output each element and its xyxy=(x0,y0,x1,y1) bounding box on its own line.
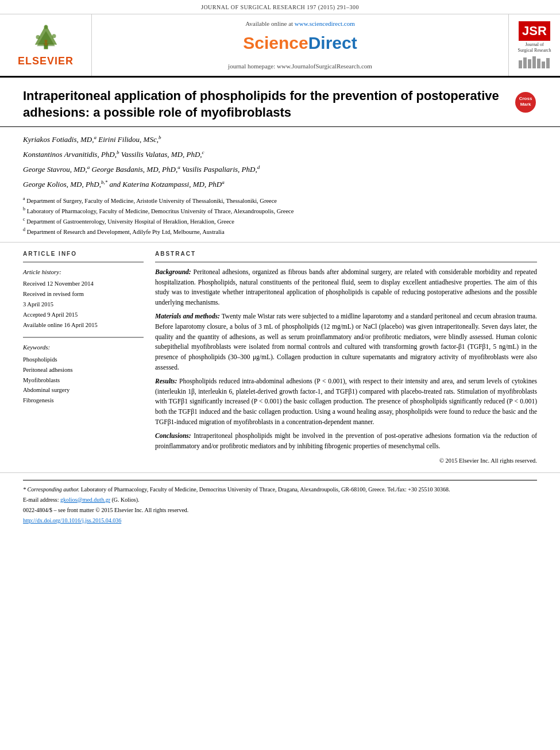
jsr-full-name: Journal ofSurgical Research xyxy=(518,42,551,53)
abstract-header: ABSTRACT xyxy=(155,249,537,258)
methods-label: Materials and methods: xyxy=(155,313,220,320)
copyright-text: © 2015 Elsevier Inc. All rights reserved… xyxy=(155,456,537,466)
journal-bar-text: JOURNAL OF SURGICAL RESEARCH 197 (2015) … xyxy=(201,4,359,10)
journal-bar: JOURNAL OF SURGICAL RESEARCH 197 (2015) … xyxy=(0,0,560,14)
jsr-badge-text: JSR xyxy=(519,21,550,41)
svg-line-8 xyxy=(43,44,45,44)
svg-point-5 xyxy=(44,25,48,29)
keywords-label: Keywords: xyxy=(23,343,144,352)
article-info-column: ARTICLE INFO Article history: Received 1… xyxy=(23,249,144,466)
email-link[interactable]: gkolios@med.duth.gr xyxy=(60,497,110,503)
background-text: Peritoneal adhesions, organized as fibro… xyxy=(155,268,537,306)
article-info-divider xyxy=(23,261,144,263)
conclusions-text: Intraperitoneal phospholipids might be i… xyxy=(155,432,537,449)
article-history-dates: Received 12 November 2014 Received in re… xyxy=(23,279,144,330)
elsevier-logo-area: ELSEVIER xyxy=(0,14,92,76)
email-note: (G. Kolios). xyxy=(111,497,139,503)
footer-divider xyxy=(23,480,537,480)
background-label: Background: xyxy=(155,268,191,275)
crossmark-icon: Cross Mark xyxy=(514,91,537,114)
abstract-text: Background: Peritoneal adhesions, organi… xyxy=(155,267,537,466)
keyword-2: Peritoneal adhesions xyxy=(23,365,144,375)
abstract-background: Background: Peritoneal adhesions, organi… xyxy=(155,267,537,308)
authors-line-3: George Stavrou, MD,a George Basdanis, MD… xyxy=(23,163,537,175)
rights-line: 0022-4804/$ – see front matter © 2015 El… xyxy=(23,506,537,515)
article-history-label: Article history: xyxy=(23,267,144,277)
keywords-list: Phospholipids Peritoneal adhesions Myofi… xyxy=(23,355,144,406)
svg-rect-13 xyxy=(532,56,536,68)
elsevier-tree-icon xyxy=(26,21,66,53)
accepted-date: Accepted 9 April 2015 xyxy=(23,310,144,320)
affiliation-b: b Laboratory of Pharmacology, Faculty of… xyxy=(23,206,537,216)
sciencedirect-logo: ScienceDirect xyxy=(243,31,357,55)
header: ELSEVIER Available online at www.science… xyxy=(0,14,560,78)
svg-point-4 xyxy=(52,34,56,39)
sciencedirect-url[interactable]: www.sciencedirect.com xyxy=(295,20,355,27)
available-online-text: Available online at www.sciencedirect.co… xyxy=(245,20,355,28)
affiliation-a: a Department of Surgery, Faculty of Medi… xyxy=(23,195,537,205)
svg-rect-16 xyxy=(546,58,550,68)
article-info-header: ARTICLE INFO xyxy=(23,249,144,258)
email-line: E-mail address: gkolios@med.duth.gr (G. … xyxy=(23,495,537,505)
title-section: Intraperitoneal application of phospholi… xyxy=(0,78,560,127)
methods-text: Twenty male Wistar rats were subjected t… xyxy=(155,313,537,371)
received-revised-date: 3 April 2015 xyxy=(23,299,144,310)
corresponding-note: * Corresponding author. Laboratory of Ph… xyxy=(23,485,537,494)
crossmark-area: Cross Mark xyxy=(514,88,537,117)
affiliations: a Department of Surgery, Faculty of Medi… xyxy=(23,195,537,237)
svg-rect-14 xyxy=(537,59,540,68)
abstract-conclusions: Conclusions: Intraperitoneal phospholipi… xyxy=(155,431,537,452)
sciencedirect-area: Available online at www.sciencedirect.co… xyxy=(92,14,508,76)
page: JOURNAL OF SURGICAL RESEARCH 197 (2015) … xyxy=(0,0,560,750)
abstract-results: Results: Phospholipids reduced intra-abd… xyxy=(155,376,537,428)
conclusions-label: Conclusions: xyxy=(155,432,191,439)
authors-section: Kyriakos Fotiadis, MD,a Eirini Filidou, … xyxy=(0,127,560,243)
article-title: Intraperitoneal application of phospholi… xyxy=(23,88,514,121)
svg-rect-15 xyxy=(542,61,545,68)
results-text: Phospholipids reduced intra-abdominal ad… xyxy=(155,378,537,425)
svg-rect-12 xyxy=(528,59,531,68)
doi-line: http://dx.doi.org/10.1016/j.jss.2015.04.… xyxy=(23,516,537,525)
svg-point-3 xyxy=(36,35,40,39)
jsr-logo: JSR Journal ofSurgical Research xyxy=(517,21,552,70)
keyword-1: Phospholipids xyxy=(23,355,144,365)
keyword-3: Myofibroblasts xyxy=(23,375,144,386)
authors-line-1: Kyriakos Fotiadis, MD,a Eirini Filidou, … xyxy=(23,133,537,145)
authors-line-4: George Kolios, MD, PhD,b,* and Katerina … xyxy=(23,178,537,191)
affiliation-d: d Department of Research and Development… xyxy=(23,226,537,236)
keyword-5: Fibrogenesis xyxy=(23,395,144,406)
elsevier-logo: ELSEVIER xyxy=(18,21,74,68)
article-body: ARTICLE INFO Article history: Received 1… xyxy=(0,243,560,472)
doi-link[interactable]: http://dx.doi.org/10.1016/j.jss.2015.04.… xyxy=(23,517,121,524)
footer: * Corresponding author. Laboratory of Ph… xyxy=(0,472,560,533)
journal-homepage: journal homepage: www.JournalofSurgicalR… xyxy=(228,62,372,71)
svg-point-6 xyxy=(44,40,47,43)
received-date: Received 12 November 2014 xyxy=(23,279,144,289)
elsevier-wordmark: ELSEVIER xyxy=(18,54,74,68)
received-revised-label: Received in revised form xyxy=(23,289,144,299)
svg-text:Cross: Cross xyxy=(519,96,532,101)
abstract-divider xyxy=(155,261,537,263)
jsr-chart-icon xyxy=(517,55,552,69)
available-online-date: Available online 16 April 2015 xyxy=(23,320,144,330)
affiliation-c: c Department of Gastroenterology, Univer… xyxy=(23,216,537,226)
svg-line-9 xyxy=(47,44,48,44)
authors-line-2: Konstantinos Arvanitidis, PhD,b Vassilis… xyxy=(23,148,537,160)
results-label: Results: xyxy=(155,378,177,384)
svg-rect-11 xyxy=(523,57,527,68)
svg-text:Mark: Mark xyxy=(520,102,531,107)
abstract-column: ABSTRACT Background: Peritoneal adhesion… xyxy=(155,249,537,466)
svg-rect-7 xyxy=(45,43,47,46)
abstract-methods: Materials and methods: Twenty male Wista… xyxy=(155,311,537,373)
keywords-divider xyxy=(23,337,144,338)
keyword-4: Abdominal surgery xyxy=(23,385,144,395)
jsr-logo-area: JSR Journal ofSurgical Research xyxy=(508,14,560,76)
svg-rect-10 xyxy=(519,60,522,68)
